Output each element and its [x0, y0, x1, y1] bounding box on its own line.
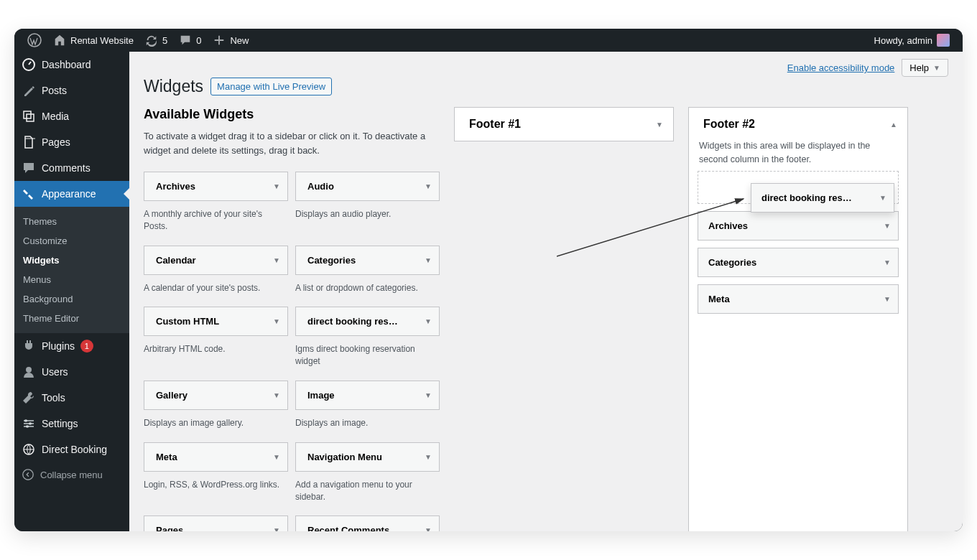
menu-tools[interactable]: Tools: [14, 385, 129, 411]
menu-settings[interactable]: Settings: [14, 411, 129, 437]
svg-point-3: [24, 419, 27, 422]
submenu-theme-editor[interactable]: Theme Editor: [14, 309, 129, 328]
available-widget[interactable]: Custom HTML▼: [144, 307, 288, 336]
chevron-down-icon: ▼: [273, 182, 280, 190]
menu-pages[interactable]: Pages: [14, 129, 129, 155]
available-widgets-heading: Available Widgets: [144, 107, 440, 122]
footer-2-header[interactable]: Footer #2 ▲: [689, 108, 907, 139]
live-preview-button[interactable]: Manage with Live Preview: [210, 78, 332, 95]
chevron-down-icon: ▼: [273, 453, 280, 461]
appearance-submenu: Themes Customize Widgets Menus Backgroun…: [14, 207, 129, 333]
my-account[interactable]: Howdy, admin: [869, 29, 955, 52]
menu-dashboard[interactable]: Dashboard: [14, 52, 129, 78]
chevron-down-icon: ▼: [425, 256, 432, 264]
placed-widget[interactable]: Meta▼: [698, 284, 899, 314]
wp-logo[interactable]: [22, 29, 47, 52]
chevron-down-icon: ▼: [933, 64, 940, 72]
chevron-down-icon: ▼: [425, 391, 432, 399]
available-widget[interactable]: Pages▼: [144, 515, 288, 531]
widget-description: A monthly archive of your site's Posts.: [144, 201, 288, 246]
chevron-down-icon: ▼: [656, 121, 663, 129]
menu-appearance[interactable]: Appearance: [14, 181, 129, 207]
new-content[interactable]: New: [207, 29, 254, 52]
site-name[interactable]: Rental Website: [47, 29, 139, 52]
available-widget[interactable]: Categories▼: [295, 246, 440, 275]
chevron-down-icon: ▼: [425, 453, 432, 461]
footer-2-sidebar: Footer #2 ▲ Widgets in this area will be…: [688, 107, 908, 531]
widget-description: Add a navigation menu to your sidebar.: [295, 472, 440, 516]
widget-description: Displays an audio player.: [295, 201, 440, 233]
menu-comments[interactable]: Comments: [14, 155, 129, 181]
chevron-down-icon: ▼: [273, 256, 280, 264]
chevron-down-icon: ▼: [879, 194, 886, 202]
menu-direct-booking[interactable]: Direct Booking: [14, 437, 129, 462]
placed-widget[interactable]: Archives▼: [698, 211, 899, 241]
collapse-menu[interactable]: Collapse menu: [14, 462, 129, 487]
menu-media[interactable]: Media: [14, 103, 129, 129]
available-widgets-description: To activate a widget drag it to a sideba…: [144, 129, 440, 157]
plugins-badge: 1: [80, 340, 93, 353]
available-widget[interactable]: Meta▼: [144, 442, 288, 472]
chevron-down-icon: ▼: [273, 317, 280, 325]
dragging-widget[interactable]: direct booking res… ▼: [751, 183, 894, 213]
svg-point-0: [28, 34, 41, 47]
chevron-down-icon: ▼: [884, 258, 891, 266]
chevron-down-icon: ▼: [425, 317, 432, 325]
widget-description: Displays an image gallery.: [144, 410, 288, 442]
svg-point-5: [26, 425, 29, 428]
chevron-down-icon: ▼: [425, 182, 432, 190]
menu-posts[interactable]: Posts: [14, 78, 129, 103]
widget-description: Login, RSS, & WordPress.org links.: [144, 472, 288, 504]
submenu-customize[interactable]: Customize: [14, 231, 129, 251]
footer-1-sidebar: Footer #1 ▼: [454, 107, 674, 531]
available-widget[interactable]: Navigation Menu▼: [295, 442, 440, 472]
submenu-menus[interactable]: Menus: [14, 270, 129, 289]
available-widget[interactable]: Gallery▼: [144, 381, 288, 410]
content-area: Enable accessibility mode Help▼ Widgets …: [129, 52, 963, 531]
available-widgets-column: Available Widgets To activate a widget d…: [144, 107, 440, 531]
available-widget[interactable]: Calendar▼: [144, 246, 288, 275]
widget-description: Displays an image.: [295, 410, 440, 442]
svg-point-7: [23, 470, 33, 480]
updates[interactable]: 5: [139, 29, 173, 52]
svg-point-4: [29, 422, 32, 425]
available-widget[interactable]: Image▼: [295, 381, 440, 410]
widget-description: Igms direct booking reserva­tion widget: [295, 336, 440, 381]
widget-description: Arbitrary HTML code.: [144, 336, 288, 368]
admin-toolbar: Rental Website 5 0 New Howdy, admin: [14, 29, 963, 52]
accessibility-mode-link[interactable]: Enable accessibility mode: [787, 62, 895, 73]
footer-1-header[interactable]: Footer #1 ▼: [454, 107, 674, 141]
submenu-themes[interactable]: Themes: [14, 212, 129, 231]
chevron-up-icon: ▲: [890, 121, 897, 129]
chevron-down-icon: ▼: [884, 295, 891, 303]
placed-widget[interactable]: Categories▼: [698, 248, 899, 277]
chevron-down-icon: ▼: [273, 526, 280, 531]
available-widget[interactable]: Audio▼: [295, 172, 440, 201]
admin-sidebar: Dashboard Posts Media Pages Comments App…: [14, 52, 129, 531]
submenu-background[interactable]: Background: [14, 289, 129, 309]
comments-count[interactable]: 0: [173, 29, 207, 52]
chevron-down-icon: ▼: [425, 526, 432, 531]
help-button[interactable]: Help▼: [902, 59, 948, 77]
available-widget[interactable]: Archives▼: [144, 172, 288, 201]
menu-plugins[interactable]: Plugins1: [14, 333, 129, 359]
available-widget[interactable]: Recent Comments▼: [295, 515, 440, 531]
available-widget[interactable]: direct booking res…▼: [295, 307, 440, 336]
widget-description: A calendar of your site's posts.: [144, 275, 288, 307]
page-title: Widgets: [144, 77, 203, 96]
svg-point-2: [26, 367, 32, 373]
chevron-down-icon: ▼: [273, 391, 280, 399]
footer-2-description: Widgets in this area will be displayed i…: [689, 139, 907, 171]
widget-description: A list or dropdown of categories.: [295, 275, 440, 307]
submenu-widgets[interactable]: Widgets: [14, 251, 129, 270]
menu-users[interactable]: Users: [14, 359, 129, 385]
chevron-down-icon: ▼: [884, 222, 891, 230]
avatar: [937, 34, 950, 47]
